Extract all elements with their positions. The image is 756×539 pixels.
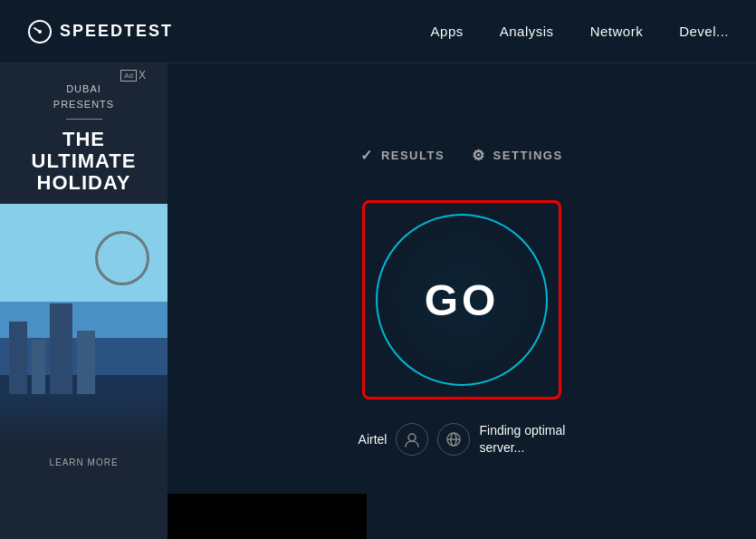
isp-name: Airtel (359, 432, 388, 447)
main-nav: Apps Analysis Network Devel... (431, 24, 729, 39)
ad-label-area: Ad X (120, 69, 146, 82)
results-check-icon: ✓ (360, 147, 374, 164)
ad-badge: Ad (120, 70, 137, 82)
ferris-wheel-icon (95, 231, 149, 285)
ad-image (0, 204, 167, 448)
nav-network[interactable]: Network (590, 24, 644, 39)
nav-analysis[interactable]: Analysis (500, 24, 554, 39)
speedtest-logo-icon (27, 19, 53, 44)
ad-title: THEULTIMATEHOLIDAY (32, 129, 137, 195)
bottom-black-bar (167, 494, 367, 539)
go-button-wrapper: GO (362, 200, 561, 399)
ad-top-text: DUBAIPRESENTS (53, 82, 114, 111)
svg-point-2 (408, 434, 416, 441)
go-label: GO (425, 275, 500, 325)
people-silhouette (0, 394, 167, 448)
tab-results-label: RESULTS (381, 149, 445, 162)
settings-gear-icon: ⚙ (472, 147, 486, 164)
building-3 (50, 303, 72, 394)
user-icon (396, 423, 428, 456)
globe-icon (437, 423, 470, 456)
building-2 (32, 340, 45, 394)
svg-point-1 (38, 30, 42, 34)
nav-apps[interactable]: Apps (431, 24, 464, 39)
tab-results[interactable]: ✓ RESULTS (360, 147, 445, 164)
tab-settings[interactable]: ⚙ SETTINGS (472, 147, 563, 164)
logo-text: SPEEDTEST (60, 22, 173, 41)
bottom-info-bar: Airtel Finding optimalserver... (359, 422, 566, 455)
building-1 (9, 322, 27, 394)
ad-learn-more-button[interactable]: LEARN MORE (0, 448, 167, 476)
ad-divider (66, 119, 102, 120)
ad-close-icon[interactable]: X (139, 69, 146, 82)
nav-developers[interactable]: Devel... (679, 24, 729, 39)
tab-settings-label: SETTINGS (493, 149, 563, 162)
header: SPEEDTEST Apps Analysis Network Devel... (0, 0, 756, 63)
main-content: ✓ RESULTS ⚙ SETTINGS GO Airtel (167, 63, 756, 539)
finding-server-text: Finding optimalserver... (479, 422, 565, 455)
building-4 (77, 331, 95, 394)
ad-sidebar: Ad X DUBAIPRESENTS THEULTIMATEHOLIDAY LE… (0, 63, 167, 539)
logo[interactable]: SPEEDTEST (27, 19, 173, 44)
main-layout: Ad X DUBAIPRESENTS THEULTIMATEHOLIDAY LE… (0, 63, 756, 539)
go-button[interactable]: GO (376, 214, 548, 386)
tab-bar: ✓ RESULTS ⚙ SETTINGS (360, 147, 562, 164)
ad-content: DUBAIPRESENTS THEULTIMATEHOLIDAY LEARN M… (0, 63, 167, 539)
